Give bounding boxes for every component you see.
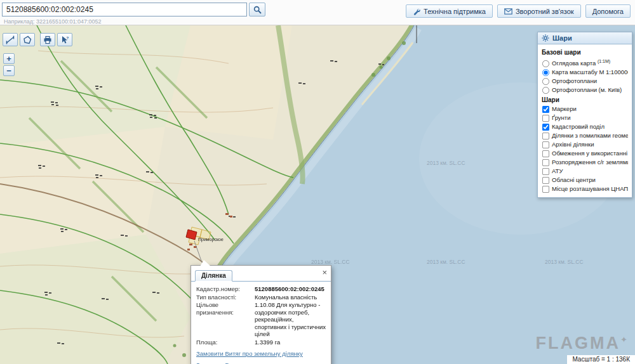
layer-option-9[interactable]: Місце розташування ЦНАП bbox=[542, 185, 628, 193]
header-buttons: Технічна підтримка Зворотний зв'язок Доп… bbox=[406, 4, 631, 18]
layer-option-5[interactable]: Обмеження у використанні земель bbox=[542, 149, 628, 158]
layer-label: Ґрунти bbox=[552, 114, 570, 121]
layer-label: Ділянки з помилками геометрії bbox=[552, 132, 628, 139]
layer-option-3[interactable]: Ділянки з помилками геометрії bbox=[542, 131, 628, 140]
base-layers-title: Базові шари bbox=[542, 49, 628, 56]
tab-parcel[interactable]: Ділянка bbox=[195, 270, 232, 282]
popup-links: Замовити Витяг про земельну ділянкуЗамов… bbox=[196, 350, 326, 364]
print-button[interactable] bbox=[40, 33, 55, 46]
layer-option-1[interactable]: Ґрунти bbox=[542, 114, 628, 122]
popup-field-2: Цільове призначення:1.10.08 Для культурн… bbox=[196, 301, 326, 338]
settlement-label: Приморское bbox=[198, 237, 224, 242]
base-layer-option-1[interactable]: Карта масштабу М 1:100000 bbox=[542, 68, 628, 77]
base-layer-radio[interactable] bbox=[542, 60, 549, 67]
layer-checkbox[interactable] bbox=[542, 124, 549, 131]
base-layer-radio[interactable] bbox=[542, 69, 549, 76]
layer-label: Архівні ділянки bbox=[552, 141, 594, 148]
field-label: Цільове призначення: bbox=[196, 301, 255, 338]
zoom-in-button[interactable]: + bbox=[3, 53, 15, 64]
base-layer-option-3[interactable]: Ортофотоплани (м. Київ) bbox=[542, 86, 628, 94]
flagma-text: FLAGMA bbox=[536, 334, 620, 353]
layer-checkbox[interactable] bbox=[542, 133, 549, 140]
layer-label: АТУ bbox=[552, 167, 563, 174]
map-toolbar: ? bbox=[3, 33, 72, 46]
layer-checkbox[interactable] bbox=[542, 150, 549, 157]
field-value: 5120885600:02:002:0245 bbox=[255, 285, 326, 293]
field-value: 1.3399 га bbox=[255, 339, 326, 346]
layer-checkbox[interactable] bbox=[542, 186, 549, 193]
popup-field-3: Площа:1.3399 га bbox=[196, 339, 326, 346]
layers-panel: Шари Базові шари Оглядова карта (1:1М)Ка… bbox=[537, 32, 632, 198]
base-layer-radio[interactable] bbox=[542, 87, 549, 94]
search-example-hint: Наприклад: 3221655100:01:047:0052 bbox=[4, 18, 102, 25]
map-watermark: 2013 км. SL.CC bbox=[427, 160, 465, 166]
scale-indicator: Масштаб = 1 : 136К bbox=[567, 355, 635, 364]
zoom-control: + − bbox=[3, 53, 15, 76]
measure-area-icon bbox=[23, 36, 32, 44]
flagma-star-icon: ✦ bbox=[620, 335, 627, 344]
feedback-label: Зворотний зв'язок bbox=[516, 8, 574, 15]
layer-option-7[interactable]: АТУ bbox=[542, 167, 628, 176]
layer-label: Маркери bbox=[552, 105, 577, 112]
flagma-watermark: FLAGMA✦ bbox=[536, 334, 627, 353]
popup-field-1: Тип власності:Комунальна власність bbox=[196, 294, 326, 301]
layers-panel-body: Базові шари Оглядова карта (1:1М)Карта м… bbox=[538, 44, 632, 197]
layer-label: Обмеження у використанні земель bbox=[552, 150, 628, 157]
layer-label: Обласні центри bbox=[552, 176, 596, 183]
popup-tab-bar: Ділянка × bbox=[191, 266, 331, 282]
overlay-layers-list: МаркериҐрунтиКадастровий поділДілянки з … bbox=[542, 105, 628, 193]
cadastral-map-app: Наприклад: 3221655100:01:047:0052 Техніч… bbox=[0, 0, 635, 364]
layer-label: Розпорядження с/г землями bbox=[552, 159, 628, 166]
base-layer-label: Ортофотоплани (м. Київ) bbox=[552, 86, 622, 93]
layer-label: Місце розташування ЦНАП bbox=[552, 185, 628, 192]
popup-field-0: Кадастр.номер:5120885600:02:002:0245 bbox=[196, 285, 326, 293]
close-icon[interactable]: × bbox=[322, 268, 327, 276]
base-layer-radio[interactable] bbox=[542, 78, 549, 85]
layer-option-0[interactable]: Маркери bbox=[542, 105, 628, 114]
zoom-out-button[interactable]: − bbox=[3, 65, 15, 76]
popup-link-1[interactable]: Замовити Витяг про нормативну грошову оц… bbox=[196, 361, 326, 364]
field-label: Кадастр.номер: bbox=[196, 285, 255, 293]
base-layer-option-2[interactable]: Ортофотоплани bbox=[542, 77, 628, 86]
tech-support-button[interactable]: Технічна підтримка bbox=[406, 4, 493, 18]
popup-fields: Кадастр.номер:5120885600:02:002:0245Тип … bbox=[196, 285, 326, 346]
layer-option-6[interactable]: Розпорядження с/г землями bbox=[542, 158, 628, 167]
svg-text:?: ? bbox=[67, 36, 69, 39]
layer-option-2[interactable]: Кадастровий поділ bbox=[542, 122, 628, 131]
layer-checkbox[interactable] bbox=[542, 177, 549, 184]
gear-icon bbox=[542, 34, 549, 42]
identify-icon: ? bbox=[60, 36, 69, 44]
popup-link-0[interactable]: Замовити Витяг про земельну ділянку bbox=[196, 350, 326, 357]
base-layer-option-0[interactable]: Оглядова карта (1:1М) bbox=[542, 57, 628, 68]
layer-option-4[interactable]: Архівні ділянки bbox=[542, 140, 628, 149]
layers-panel-title: Шари bbox=[552, 34, 572, 42]
map-watermark: 2013 км. SL.CC bbox=[427, 259, 465, 265]
base-layer-sup: (1:1М) bbox=[598, 59, 610, 63]
field-label: Тип власності: bbox=[196, 294, 255, 301]
layer-checkbox[interactable] bbox=[542, 106, 549, 113]
print-icon bbox=[43, 36, 52, 44]
layer-checkbox[interactable] bbox=[542, 168, 549, 175]
help-button[interactable]: Допомога bbox=[585, 4, 631, 18]
magnifier-icon bbox=[253, 6, 262, 14]
base-layer-label: Карта масштабу М 1:100000 bbox=[552, 68, 628, 75]
map-canvas[interactable]: Приморское bbox=[0, 25, 635, 364]
field-label: Площа: bbox=[196, 339, 255, 346]
measure-area-button[interactable] bbox=[20, 33, 35, 46]
layers-panel-header[interactable]: Шари bbox=[538, 32, 632, 44]
layer-checkbox[interactable] bbox=[542, 141, 549, 148]
search-button[interactable] bbox=[249, 3, 265, 16]
layer-option-8[interactable]: Обласні центри bbox=[542, 176, 628, 185]
layer-checkbox[interactable] bbox=[542, 115, 549, 122]
layer-checkbox[interactable] bbox=[542, 159, 549, 166]
identify-button[interactable]: ? bbox=[57, 33, 72, 46]
base-layer-label: Оглядова карта bbox=[552, 60, 598, 67]
overlay-layers-title: Шари bbox=[542, 96, 628, 103]
field-value: Комунальна власність bbox=[255, 294, 326, 301]
parcel-popup: Ділянка × Кадастр.номер:5120885600:02:00… bbox=[190, 265, 331, 364]
cadastral-search-input[interactable] bbox=[2, 3, 247, 16]
measure-distance-button[interactable] bbox=[3, 33, 18, 46]
feedback-button[interactable]: Зворотний зв'язок bbox=[497, 4, 581, 18]
map-watermark: 2013 км. SL.CC bbox=[545, 259, 584, 265]
top-bar: Наприклад: 3221655100:01:047:0052 Техніч… bbox=[0, 0, 635, 25]
